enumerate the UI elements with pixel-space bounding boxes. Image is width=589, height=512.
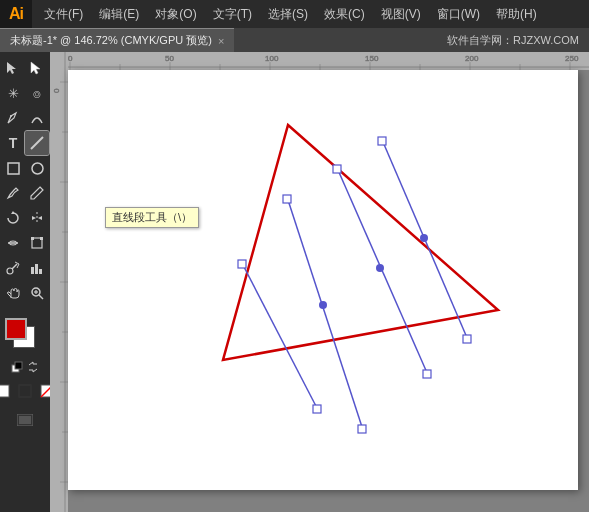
menu-text[interactable]: 文字(T) [205, 0, 260, 28]
svg-point-5 [32, 163, 43, 174]
anchor-3a [333, 165, 341, 173]
title-bar: Ai 文件(F) 编辑(E) 对象(O) 文字(T) 选择(S) 效果(C) 视… [0, 0, 589, 28]
svg-text:0: 0 [52, 88, 61, 93]
svg-text:250: 250 [565, 54, 579, 63]
svg-text:150: 150 [365, 54, 379, 63]
foreground-color[interactable] [5, 318, 27, 340]
svg-marker-1 [31, 62, 40, 74]
line-2 [288, 200, 363, 430]
symbol-sprayer-tool[interactable] [1, 256, 25, 280]
width-tool[interactable] [1, 231, 25, 255]
svg-rect-17 [35, 264, 38, 274]
fill-mode-row [0, 381, 57, 401]
ruler-top: 0 50 100 150 200 250 [50, 52, 589, 70]
menu-object[interactable]: 对象(O) [147, 0, 204, 28]
rectangle-tool[interactable] [1, 156, 25, 180]
pen-tool[interactable] [1, 106, 25, 130]
svg-text:0: 0 [68, 54, 73, 63]
color-swatches [5, 318, 45, 354]
document-canvas [68, 70, 578, 490]
tool-row-1 [1, 56, 49, 80]
anchor-2a [283, 195, 291, 203]
color-tools-row [10, 360, 40, 374]
menu-effect[interactable]: 效果(C) [316, 0, 373, 28]
hand-tool[interactable] [1, 281, 25, 305]
line-segment-tool[interactable] [25, 131, 49, 155]
zoom-tool[interactable] [25, 281, 49, 305]
ruler-left: 0 [50, 52, 68, 512]
pencil-tool[interactable] [25, 181, 49, 205]
free-transform-tool[interactable] [25, 231, 49, 255]
svg-rect-14 [40, 237, 43, 240]
svg-rect-26 [19, 385, 31, 397]
tooltip-text: 直线段工具（\） [112, 211, 192, 223]
rotate-tool[interactable] [1, 206, 25, 230]
tool-row-3 [1, 106, 49, 130]
svg-text:200: 200 [465, 54, 479, 63]
svg-rect-24 [15, 362, 22, 369]
tab-title: 未标题-1* @ 146.72% (CMYK/GPU 预览) [10, 33, 212, 48]
direct-selection-tool[interactable] [25, 56, 49, 80]
svg-text:50: 50 [165, 54, 174, 63]
magic-wand-tool[interactable]: ✳ [1, 81, 25, 105]
menu-window[interactable]: 窗口(W) [429, 0, 488, 28]
tool-row-9 [1, 256, 49, 280]
menu-view[interactable]: 视图(V) [373, 0, 429, 28]
active-tab[interactable]: 未标题-1* @ 146.72% (CMYK/GPU 预览) × [0, 28, 234, 52]
default-colors[interactable] [10, 360, 24, 374]
menu-edit[interactable]: 编辑(E) [91, 0, 147, 28]
anchor-1b [313, 405, 321, 413]
svg-rect-25 [0, 385, 9, 397]
type-tool[interactable]: T [1, 131, 25, 155]
color-section [1, 314, 49, 376]
ellipse-tool[interactable] [25, 156, 49, 180]
midpoint-4 [420, 234, 428, 242]
curvature-tool[interactable] [25, 106, 49, 130]
tool-row-7 [1, 206, 49, 230]
tool-row-6 [1, 181, 49, 205]
reflect-tool[interactable] [25, 206, 49, 230]
svg-rect-18 [39, 269, 42, 274]
menu-help[interactable]: 帮助(H) [488, 0, 545, 28]
paintbrush-tool[interactable] [1, 181, 25, 205]
left-toolbar: ✳ ⌾ T [0, 52, 50, 512]
stroke-button[interactable] [15, 381, 35, 401]
tool-row-8 [1, 231, 49, 255]
drawing-layer [68, 70, 578, 490]
tool-row-2: ✳ ⌾ [1, 81, 49, 105]
screen-mode-row [13, 408, 37, 432]
line-1 [243, 265, 318, 410]
tool-row-5 [1, 156, 49, 180]
app-logo: Ai [0, 0, 32, 28]
svg-marker-8 [32, 216, 36, 220]
svg-text:100: 100 [265, 54, 279, 63]
column-graph-tool[interactable] [25, 256, 49, 280]
midpoint-2 [319, 301, 327, 309]
svg-line-20 [39, 295, 43, 299]
svg-line-3 [31, 137, 43, 149]
selection-tool[interactable] [1, 56, 25, 80]
anchor-1a [238, 260, 246, 268]
svg-rect-16 [31, 267, 34, 274]
red-triangle [223, 125, 498, 360]
tab-right-info: 软件自学网：RJZXW.COM [437, 33, 589, 48]
menu-bar: 文件(F) 编辑(E) 对象(O) 文字(T) 选择(S) 效果(C) 视图(V… [32, 0, 589, 28]
tool-row-4: T [1, 131, 49, 155]
screen-mode-button[interactable] [13, 408, 37, 432]
menu-select[interactable]: 选择(S) [260, 0, 316, 28]
fill-button[interactable] [0, 381, 13, 401]
swap-colors[interactable] [26, 360, 40, 374]
tool-row-10 [1, 281, 49, 305]
menu-file[interactable]: 文件(F) [36, 0, 91, 28]
svg-rect-13 [31, 237, 34, 240]
anchor-4b [463, 335, 471, 343]
svg-rect-4 [8, 163, 19, 174]
svg-marker-0 [7, 62, 16, 74]
anchor-3b [423, 370, 431, 378]
lasso-tool[interactable]: ⌾ [25, 81, 49, 105]
tool-tooltip: 直线段工具（\） [105, 207, 199, 228]
midpoint-3 [376, 264, 384, 272]
canvas-area: 0 50 100 150 200 250 [50, 52, 589, 512]
tab-close-button[interactable]: × [218, 35, 224, 47]
svg-rect-30 [19, 416, 31, 424]
